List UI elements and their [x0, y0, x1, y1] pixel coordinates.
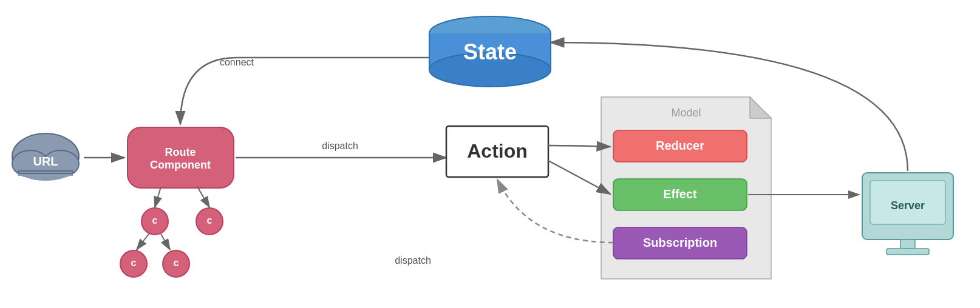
url-label: URL: [33, 155, 58, 168]
action-label: Action: [467, 140, 528, 162]
action-node: Action: [446, 126, 548, 177]
route-to-c1-arrow: [155, 187, 161, 207]
svg-text:c: c: [174, 258, 179, 268]
reducer-node: Reducer: [613, 130, 747, 162]
state-node: State: [429, 16, 551, 87]
dispatch-label-1: dispatch: [322, 141, 358, 151]
url-node: URL: [12, 133, 79, 181]
subscription-node: Subscription: [613, 227, 747, 259]
child-component-3: c: [120, 250, 147, 277]
state-to-route-arrow: [180, 58, 437, 124]
route-to-c2-arrow: [197, 187, 209, 207]
svg-text:c: c: [207, 215, 213, 226]
server-node: Server: [862, 173, 953, 255]
c1-to-c4-arrow: [161, 234, 170, 250]
dispatch-label-2: dispatch: [395, 255, 431, 266]
svg-text:c: c: [152, 215, 158, 226]
subscription-to-action-arrow: [497, 179, 613, 243]
architecture-diagram: URL Route Component c c c c connect disp…: [0, 0, 980, 308]
subscription-label: Subscription: [643, 236, 717, 249]
svg-rect-8: [18, 171, 73, 173]
action-to-reducer-arrow: [548, 146, 610, 147]
route-component-node: Route Component: [128, 127, 234, 188]
route-component-label-2: Component: [150, 159, 211, 171]
child-component-1: c: [141, 208, 168, 235]
effect-label: Effect: [663, 187, 697, 201]
effect-node: Effect: [613, 179, 747, 210]
c1-to-c3-arrow: [137, 234, 149, 250]
server-label: Server: [891, 199, 925, 212]
model-label: Model: [671, 107, 701, 119]
reducer-label: Reducer: [656, 139, 704, 152]
svg-text:c: c: [131, 258, 137, 268]
child-component-2: c: [196, 208, 223, 235]
route-component-label-1: Route: [165, 146, 196, 158]
svg-rect-30: [886, 249, 929, 255]
child-component-4: c: [163, 250, 189, 277]
state-label: State: [463, 39, 517, 64]
